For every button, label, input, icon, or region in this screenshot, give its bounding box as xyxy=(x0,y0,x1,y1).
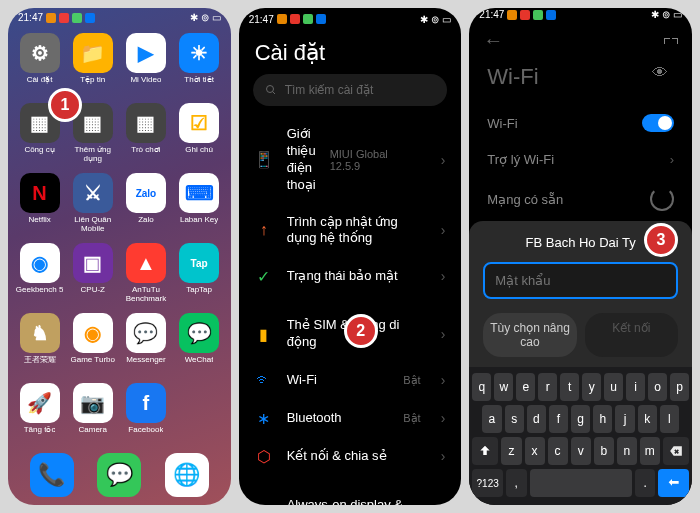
wifi-header: ← xyxy=(469,21,692,60)
app-cpu-z[interactable]: ▣CPU-Z xyxy=(67,243,118,311)
key-s[interactable]: s xyxy=(505,405,524,433)
enter-key[interactable] xyxy=(658,469,689,497)
space-key[interactable] xyxy=(530,469,632,497)
key-i[interactable]: i xyxy=(626,373,645,401)
key-p[interactable]: p xyxy=(670,373,689,401)
chevron-right-icon: › xyxy=(670,152,674,167)
back-icon[interactable]: ← xyxy=(483,29,503,52)
settings-row[interactable]: ✓Trạng thái bảo mật› xyxy=(239,257,462,295)
symbols-key[interactable]: ?123 xyxy=(472,469,503,497)
key-d[interactable]: d xyxy=(527,405,546,433)
search-icon xyxy=(265,84,277,96)
period-key[interactable]: . xyxy=(635,469,655,497)
key-c[interactable]: c xyxy=(548,437,568,465)
annotation-1: 1 xyxy=(48,88,82,122)
key-n[interactable]: n xyxy=(617,437,637,465)
settings-row[interactable]: 📱Giới thiệu điện thoạiMIUI Global 12.5.9… xyxy=(239,116,462,204)
scan-icon[interactable] xyxy=(664,38,678,44)
key-l[interactable]: l xyxy=(660,405,679,433)
wifi-toggle[interactable] xyxy=(642,114,674,132)
key-r[interactable]: r xyxy=(538,373,557,401)
eye-icon[interactable]: 👁 xyxy=(652,64,668,82)
svg-line-1 xyxy=(272,92,275,95)
key-z[interactable]: z xyxy=(501,437,521,465)
settings-row[interactable]: ᯤWi-FiBật› xyxy=(239,361,462,399)
app-ghi-chú[interactable]: ☑Ghi chú xyxy=(174,103,225,171)
key-h[interactable]: h xyxy=(593,405,612,433)
app-netflix[interactable]: NNetflix xyxy=(14,173,65,241)
shift-key[interactable] xyxy=(472,437,498,465)
keyboard: qwertyuiopasdfghjklzxcvbnm?123,. xyxy=(469,367,692,505)
sms-app[interactable]: 💬 xyxy=(97,453,141,497)
app-trò-chơi[interactable]: ▦Trò chơi xyxy=(120,103,171,171)
settings-row[interactable]: ⬡Kết nối & chia sẻ› xyxy=(239,437,462,475)
key-u[interactable]: u xyxy=(604,373,623,401)
key-e[interactable]: e xyxy=(516,373,535,401)
app-zalo[interactable]: ZaloZalo xyxy=(120,173,171,241)
key-f[interactable]: f xyxy=(549,405,568,433)
statusbar: 21:47 ✱⊚▭ xyxy=(469,8,692,21)
phone-app[interactable]: 📞 xyxy=(30,453,74,497)
key-g[interactable]: g xyxy=(571,405,590,433)
search-input[interactable]: Tìm kiếm cài đặt xyxy=(253,74,448,106)
key-k[interactable]: k xyxy=(638,405,657,433)
phone-home: 21:47 ✱⊚▭ ⚙Cài đặt📁Tệp tin▶Mi Video☀Thời… xyxy=(8,8,231,505)
key-q[interactable]: q xyxy=(472,373,491,401)
settings-title: Cài đặt xyxy=(239,30,462,74)
app-thời-tiết[interactable]: ☀Thời tiết xyxy=(174,33,225,101)
app-taptap[interactable]: TapTapTap xyxy=(174,243,225,311)
app-camera[interactable]: 📷Camera xyxy=(67,383,118,451)
settings-list: 📱Giới thiệu điện thoạiMIUI Global 12.5.9… xyxy=(239,116,462,505)
app-王者荣耀[interactable]: ♞王者荣耀 xyxy=(14,313,65,381)
app-tăng-tốc[interactable]: 🚀Tăng tốc xyxy=(14,383,65,451)
statusbar: 21:47 ✱⊚▭ xyxy=(239,8,462,30)
app-mi-video[interactable]: ▶Mi Video xyxy=(120,33,171,101)
key-x[interactable]: x xyxy=(525,437,545,465)
key-m[interactable]: m xyxy=(640,437,660,465)
comma-key[interactable]: , xyxy=(506,469,526,497)
settings-row[interactable]: 🔒Always-on display & Màn hình khóa› xyxy=(239,487,462,505)
app-wechat[interactable]: 💬WeChat xyxy=(174,313,225,381)
wifi-toggle-row[interactable]: Wi-Fi xyxy=(469,104,692,142)
app-liên-quân-mobile[interactable]: ⚔Liên Quân Mobile xyxy=(67,173,118,241)
settings-row[interactable]: ∗BluetoothBật› xyxy=(239,399,462,437)
phone-wifi: 21:47 ✱⊚▭ ← Wi-Fi Wi-Fi Trợ lý Wi-Fi › M… xyxy=(469,8,692,505)
settings-row[interactable]: ↑Trình cập nhật ứng dụng hệ thống› xyxy=(239,204,462,258)
password-input[interactable] xyxy=(483,262,678,299)
key-y[interactable]: y xyxy=(582,373,601,401)
key-w[interactable]: w xyxy=(494,373,513,401)
key-j[interactable]: j xyxy=(615,405,634,433)
app-facebook[interactable]: fFacebook xyxy=(120,383,171,451)
browser-app[interactable]: 🌐 xyxy=(165,453,209,497)
connect-button[interactable]: Kết nối xyxy=(585,313,678,357)
statusbar: 21:47 ✱⊚▭ xyxy=(8,8,231,27)
phone-settings: 21:47 ✱⊚▭ Cài đặt Tìm kiếm cài đặt 📱Giới… xyxy=(239,8,462,505)
status-time: 21:47 xyxy=(18,12,43,23)
wifi-assistant-row[interactable]: Trợ lý Wi-Fi › xyxy=(469,142,692,177)
dock: 📞💬🌐 xyxy=(8,451,231,505)
key-o[interactable]: o xyxy=(648,373,667,401)
app-antutu-benchmark[interactable]: ▲AnTuTu Benchmark xyxy=(120,243,171,311)
backspace-key[interactable] xyxy=(663,437,689,465)
app-messenger[interactable]: 💬Messenger xyxy=(120,313,171,381)
available-networks-header: Mạng có sẵn xyxy=(469,177,692,221)
svg-point-0 xyxy=(266,86,273,93)
refresh-icon[interactable] xyxy=(650,187,674,211)
app-laban-key[interactable]: ⌨Laban Key xyxy=(174,173,225,241)
key-v[interactable]: v xyxy=(571,437,591,465)
advanced-button[interactable]: Tùy chọn nâng cao xyxy=(483,313,576,357)
key-a[interactable]: a xyxy=(482,405,501,433)
app-geekbench-5[interactable]: ◉Geekbench 5 xyxy=(14,243,65,311)
key-t[interactable]: t xyxy=(560,373,579,401)
app-grid: ⚙Cài đặt📁Tệp tin▶Mi Video☀Thời tiết▦Công… xyxy=(8,27,231,451)
key-b[interactable]: b xyxy=(594,437,614,465)
app-game-turbo[interactable]: ◉Game Turbo xyxy=(67,313,118,381)
annotation-2: 2 xyxy=(344,314,378,348)
annotation-3: 3 xyxy=(644,223,678,257)
